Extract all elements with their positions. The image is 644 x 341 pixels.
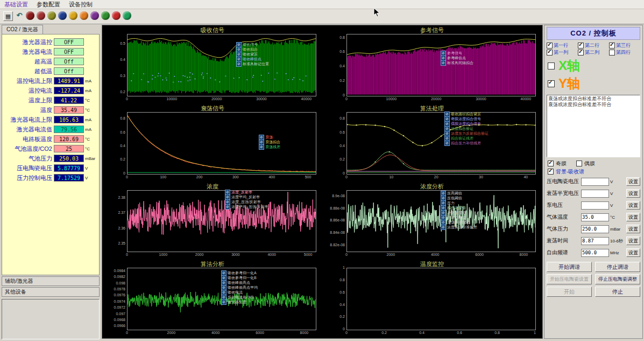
setting-input-ringdown-halfwidth-voltage[interactable]: [581, 190, 609, 198]
param-value: 1489.91: [54, 77, 84, 85]
plot-visibility-checkbox[interactable]: ⊘: [444, 141, 450, 146]
chart-canvas: [347, 268, 535, 330]
plot-visibility-checkbox[interactable]: ⊘: [441, 225, 446, 230]
y-axis-checkbox[interactable]: [548, 80, 555, 87]
plot-visibility-checkbox[interactable]: ⊘: [236, 61, 242, 67]
setting-input-pump-voltage[interactable]: [581, 201, 609, 210]
plot-visibility-checkbox[interactable]: ⊘: [441, 60, 446, 66]
setting-apply-ringdown-halfwidth-voltage[interactable]: 设置: [626, 189, 640, 198]
view-check-5[interactable]: 第二列: [578, 49, 609, 56]
checkbox[interactable]: [578, 50, 584, 55]
y-tick: 0.3: [120, 74, 125, 78]
setting-apply-gas-temperature[interactable]: 设置: [626, 213, 640, 221]
back-arrow-icon[interactable]: ↶: [15, 11, 24, 20]
param-row-1: 激光器温控OFF: [3, 37, 98, 47]
x-tick: 8000: [300, 331, 309, 335]
setting-input-ringdown-time[interactable]: [581, 237, 609, 245]
checkbox[interactable]: [547, 43, 553, 48]
setting-label: 压电陶瓷电压: [547, 178, 581, 185]
checkbox[interactable]: [547, 50, 553, 55]
tool-darkred-icon[interactable]: [26, 11, 34, 20]
left-panel: CO2 / 激光器 激光器温控OFF激光器电流OFF超高温Off超低温Off温控…: [2, 25, 100, 339]
setting-input-pzt-voltage[interactable]: [581, 178, 609, 186]
message-item[interactable]: 衰荡或浓度拟合标准差不符合: [548, 96, 639, 102]
section-aux-laser[interactable]: 辅助/激光器: [2, 276, 100, 286]
param-row-8: 温度35.49°C: [3, 105, 98, 115]
menu-item-1[interactable]: 基础设置: [0, 0, 32, 9]
control-panel: CO2 / 控制板 第一行第二行第三行第一列第二列第四行 X轴 Y轴 衰荡或浓度…: [544, 25, 643, 339]
tool-purple-icon[interactable]: [90, 11, 99, 20]
plot-visibility-checkbox[interactable]: ⊘: [221, 300, 227, 305]
legend-label: 拟合压力补偿残差: [451, 141, 481, 146]
plot-area: [127, 34, 316, 96]
setting-apply-ringdown-time[interactable]: 设置: [626, 236, 640, 245]
stop-pzt-button[interactable]: 停止压电陶瓷调整: [595, 274, 640, 284]
view-check-3[interactable]: 第三行: [609, 42, 640, 49]
setting-apply-pzt-voltage[interactable]: 设置: [626, 177, 640, 186]
x-tick: 0: [345, 175, 348, 179]
legend-item: ⊘标准具间隔拟合: [441, 61, 473, 66]
message-list[interactable]: 衰荡或浓度拟合标准差不符合衰荡或浓度拟合标准差不符合: [547, 95, 640, 157]
y-tick: 0.4: [339, 144, 345, 148]
param-row-3: 超高温Off: [3, 57, 98, 66]
legend-item: ⊘激光器温度: [221, 300, 258, 305]
param-value: 41.22: [54, 96, 84, 104]
tool-maroon-icon[interactable]: [37, 11, 45, 20]
y-tick: 0.8: [339, 36, 345, 39]
app-grid-icon[interactable]: ▦: [3, 11, 13, 21]
x-tick: 3000: [231, 253, 240, 256]
y-tick: 2.35: [118, 241, 125, 245]
param-unit: °C: [84, 98, 98, 103]
plot-visibility-checkbox[interactable]: ⊘: [259, 144, 264, 150]
tool-go-icon[interactable]: [123, 11, 131, 20]
y-tick: 0.8: [120, 116, 125, 120]
app-window: 基础设置参数配置设备控制 ▦↶ CO2 / 激光器 激光器温控OFF激光器电流O…: [0, 0, 644, 341]
film-checkbox-2[interactable]: [576, 161, 582, 166]
message-item[interactable]: 衰荡或浓度拟合标准差不符合: [548, 102, 639, 108]
start-button[interactable]: 开始: [547, 287, 592, 297]
stop-tune-button[interactable]: 停止调谐: [595, 262, 640, 272]
setting-apply-gas-pressure[interactable]: 设置: [626, 225, 640, 233]
start-tune-button[interactable]: 开始调谐: [547, 262, 592, 272]
y-tick: 8.88e-08: [330, 206, 345, 210]
checkbox[interactable]: [609, 43, 615, 48]
stop-button[interactable]: 停止: [595, 287, 640, 297]
tool-red-icon[interactable]: [112, 11, 121, 20]
setting-row-ringdown-time: 衰荡时间10-6秒设置: [547, 235, 640, 247]
legend-item: ⊘衰荡残差: [259, 145, 280, 150]
setting-input-free-spectral-range[interactable]: [581, 249, 609, 257]
tool-navy-icon[interactable]: [58, 11, 67, 20]
tool-gold-icon[interactable]: [69, 11, 77, 20]
view-check-6[interactable]: 第四行: [609, 49, 640, 56]
param-unit: °C: [84, 108, 98, 113]
x-tick: 20000: [431, 97, 441, 101]
setting-input-gas-pressure[interactable]: [581, 225, 609, 233]
section-other-devices[interactable]: 其他设备: [2, 287, 100, 297]
view-check-4[interactable]: 第一列: [547, 49, 578, 56]
setting-apply-pump-voltage[interactable]: 设置: [626, 201, 640, 210]
tab-co2-laser[interactable]: CO2 / 激光器: [2, 25, 43, 34]
x-tick: 200: [196, 175, 203, 179]
background-checkbox[interactable]: [548, 169, 554, 175]
chart-legend: ⊘浓度_反射率⊘浓度平均_反射率⊘浓度_压强/反射率⊘浓度平均_压强/反射率: [225, 190, 268, 210]
film-checkbox-1[interactable]: [548, 161, 554, 166]
param-row-5: 温控电流上限1489.91mA: [3, 76, 98, 86]
chart-grid: 吸收信号0.50.40.30.2010000200003000040000⊘吸收…: [102, 25, 543, 339]
checkbox[interactable]: [609, 50, 615, 55]
tool-olive-icon[interactable]: [47, 11, 56, 20]
menu-item-3[interactable]: 设备控制: [65, 0, 97, 9]
x-axis-toggle[interactable]: X轴: [548, 58, 640, 74]
plot-visibility-checkbox[interactable]: ⊘: [225, 204, 230, 210]
chart-algorithm-analysis: 算法分析0.09840.09820.0980.09780.09760.09740…: [103, 260, 322, 337]
param-value: 250.03: [54, 155, 84, 162]
tool-orange-icon[interactable]: [80, 11, 88, 20]
y-axis-toggle[interactable]: Y轴: [548, 75, 640, 92]
menu-item-2[interactable]: 参数配置: [32, 0, 65, 9]
setting-input-gas-temperature[interactable]: [581, 213, 609, 221]
checkbox[interactable]: [578, 43, 584, 48]
setting-apply-free-spectral-range[interactable]: 设置: [626, 248, 640, 257]
background-checkbox-row[interactable]: 背景-吸收谱: [548, 168, 640, 176]
x-axis-checkbox[interactable]: [548, 62, 555, 69]
tool-green-icon[interactable]: [101, 11, 110, 20]
start-pzt-button[interactable]: 开始压电陶瓷设置: [547, 274, 592, 284]
